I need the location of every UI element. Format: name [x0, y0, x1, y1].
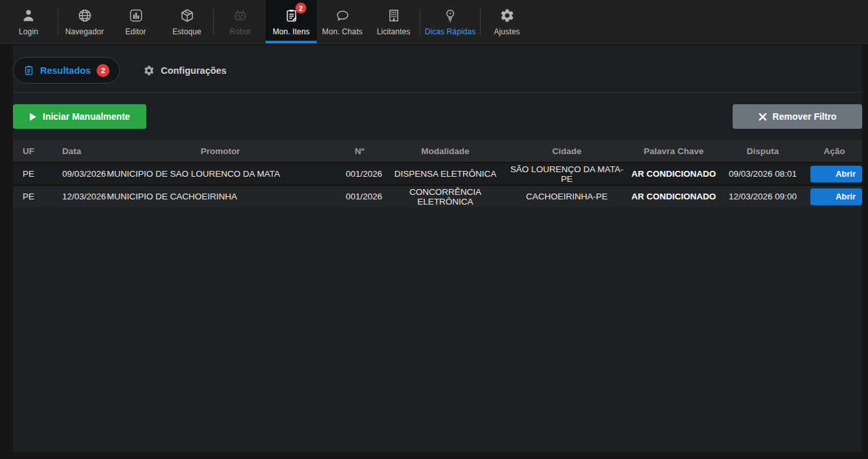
tab-configuracoes[interactable]: Configurações [143, 65, 227, 76]
tab-resultados-badge: 2 [97, 64, 109, 77]
table-row: PE 09/03/2026 MUNICIPIO DE SAO LOURENCO … [13, 162, 862, 185]
play-icon [29, 113, 37, 121]
results-table: UF Data Promotor Nº Modalidade Cidade Pa… [13, 140, 862, 207]
tabs-row: Resultados 2 Configurações [13, 45, 862, 84]
column-header-numero: Nº [334, 146, 385, 156]
nav-item-dicas-rapidas[interactable]: Dicas Rápidas [421, 0, 479, 43]
nav-label: Mon. Chats [322, 27, 362, 36]
actions-row: Iniciar Manualmente Remover Filtro [13, 104, 862, 129]
navbar-separator [420, 8, 420, 35]
cell-promotor: MUNICIPIO DE CACHOEIRINHA [107, 192, 334, 201]
nav-label: Mon. Itens [273, 27, 310, 36]
cell-disputa: 09/03/2026 08:01 [719, 169, 806, 179]
cell-uf: PE [13, 192, 52, 201]
nav-item-editor[interactable]: Editor [110, 0, 161, 43]
cell-palavra-chave: AR CONDICIONADO [628, 169, 719, 179]
column-header-data: Data [52, 146, 107, 156]
cell-modalidade: CONCORRÊNCIA ELETRÔNICA [385, 187, 505, 207]
navbar-separator [480, 8, 481, 35]
column-header-palavra-chave: Palavra Chave [628, 146, 719, 156]
cell-promotor: MUNICIPIO DE SAO LOURENCO DA MATA [107, 169, 334, 179]
column-header-cidade: Cidade [505, 146, 628, 156]
cell-data: 12/03/2026 [52, 192, 107, 201]
nav-item-navegador[interactable]: Navegador [59, 0, 110, 43]
person-icon [21, 7, 36, 24]
column-header-promotor: Promotor [107, 146, 334, 156]
start-manually-button[interactable]: Iniciar Manualmente [13, 104, 146, 129]
table-header-row: UF Data Promotor Nº Modalidade Cidade Pa… [13, 140, 862, 162]
nav-item-licitantes[interactable]: Licitantes [368, 0, 419, 43]
x-icon [759, 113, 767, 121]
gear-icon [499, 7, 515, 24]
cell-palavra-chave: AR CONDICIONADO [628, 192, 719, 201]
package-icon [179, 7, 195, 24]
page-content: Resultados 2 Configurações Iniciar Manua… [0, 44, 868, 459]
robot-icon [233, 7, 248, 24]
top-navbar: Login Navegador Editor Estoque Robot Mon… [0, 0, 868, 44]
nav-item-ajustes[interactable]: Ajustes [481, 0, 532, 43]
navbar-separator [58, 8, 58, 35]
tab-label: Resultados [40, 65, 91, 76]
building-icon [386, 7, 402, 24]
nav-item-login[interactable]: Login [0, 0, 57, 43]
nav-label: Licitantes [377, 27, 411, 36]
column-header-disputa: Disputa [719, 146, 806, 156]
nav-label: Navegador [65, 27, 104, 36]
table-row: PE 12/03/2026 MUNICIPIO DE CACHOEIRINHA … [13, 185, 862, 207]
column-header-uf: UF [13, 146, 52, 156]
bar-chart-icon [128, 7, 144, 24]
nav-label: Editor [126, 27, 146, 36]
cell-numero: 001/2026 [334, 169, 385, 179]
cell-data: 09/03/2026 [52, 169, 107, 179]
nav-item-mon-chats[interactable]: Mon. Chats [317, 0, 368, 43]
clipboard-icon [23, 65, 34, 76]
tab-label: Configurações [161, 65, 227, 76]
mon-itens-badge: 2 [295, 3, 306, 14]
tab-resultados[interactable]: Resultados 2 [13, 57, 120, 84]
nav-item-mon-itens[interactable]: Mon. Itens 2 [266, 0, 317, 43]
column-header-modalidade: Modalidade [385, 146, 505, 156]
nav-label: Ajustes [494, 27, 520, 36]
cell-modalidade: DISPENSA ELETRÔNICA [385, 169, 505, 179]
nav-label: Estoque [172, 27, 201, 36]
tabs-divider [13, 92, 862, 93]
nav-label: Login [19, 27, 38, 36]
remove-filter-button[interactable]: Remover Filtro [733, 104, 862, 129]
navbar-separator [213, 8, 214, 35]
cell-acao: Abrir [806, 166, 862, 183]
cell-acao: Abrir [806, 188, 862, 205]
column-header-acao: Ação [806, 146, 862, 156]
nav-item-estoque[interactable]: Estoque [161, 0, 212, 43]
open-button[interactable]: Abrir [810, 188, 862, 205]
nav-label: Robot [229, 27, 251, 36]
nav-label: Dicas Rápidas [425, 27, 476, 36]
gear-icon [143, 65, 155, 76]
open-button[interactable]: Abrir [810, 166, 862, 183]
cell-numero: 001/2026 [334, 192, 385, 201]
cell-disputa: 12/03/2026 09:00 [719, 192, 806, 201]
cell-cidade: SÃO LOURENÇO DA MATA-PE [505, 164, 628, 184]
cell-cidade: CACHOEIRINHA-PE [505, 192, 628, 201]
cell-uf: PE [13, 169, 52, 179]
main-panel: Resultados 2 Configurações Iniciar Manua… [13, 45, 862, 452]
nav-item-robot: Robot [214, 0, 266, 43]
lightbulb-icon [442, 7, 458, 24]
globe-icon [77, 7, 93, 24]
chat-icon [335, 7, 350, 24]
